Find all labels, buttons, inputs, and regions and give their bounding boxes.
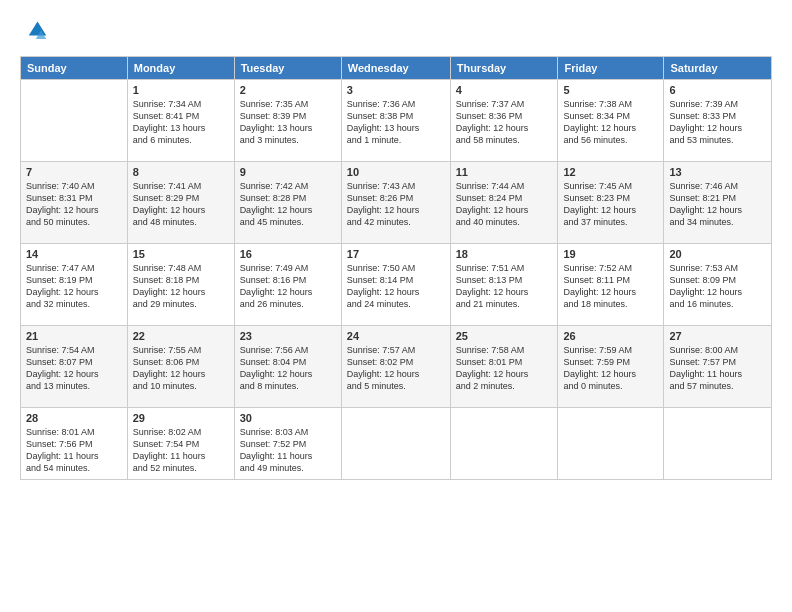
logo-icon bbox=[20, 18, 48, 46]
day-info: Sunrise: 7:34 AM Sunset: 8:41 PM Dayligh… bbox=[133, 98, 229, 147]
calendar-cell: 5Sunrise: 7:38 AM Sunset: 8:34 PM Daylig… bbox=[558, 80, 664, 162]
calendar-cell bbox=[664, 408, 772, 480]
calendar-cell: 28Sunrise: 8:01 AM Sunset: 7:56 PM Dayli… bbox=[21, 408, 128, 480]
calendar-day-header: Saturday bbox=[664, 57, 772, 80]
day-number: 8 bbox=[133, 166, 229, 178]
calendar-cell: 21Sunrise: 7:54 AM Sunset: 8:07 PM Dayli… bbox=[21, 326, 128, 408]
day-number: 13 bbox=[669, 166, 766, 178]
calendar-cell: 11Sunrise: 7:44 AM Sunset: 8:24 PM Dayli… bbox=[450, 162, 558, 244]
day-number: 3 bbox=[347, 84, 445, 96]
calendar-cell: 18Sunrise: 7:51 AM Sunset: 8:13 PM Dayli… bbox=[450, 244, 558, 326]
day-info: Sunrise: 7:48 AM Sunset: 8:18 PM Dayligh… bbox=[133, 262, 229, 311]
day-info: Sunrise: 7:49 AM Sunset: 8:16 PM Dayligh… bbox=[240, 262, 336, 311]
day-info: Sunrise: 7:39 AM Sunset: 8:33 PM Dayligh… bbox=[669, 98, 766, 147]
day-info: Sunrise: 7:52 AM Sunset: 8:11 PM Dayligh… bbox=[563, 262, 658, 311]
day-info: Sunrise: 8:02 AM Sunset: 7:54 PM Dayligh… bbox=[133, 426, 229, 475]
calendar-cell: 27Sunrise: 8:00 AM Sunset: 7:57 PM Dayli… bbox=[664, 326, 772, 408]
day-number: 21 bbox=[26, 330, 122, 342]
calendar-cell: 12Sunrise: 7:45 AM Sunset: 8:23 PM Dayli… bbox=[558, 162, 664, 244]
day-number: 6 bbox=[669, 84, 766, 96]
day-info: Sunrise: 7:36 AM Sunset: 8:38 PM Dayligh… bbox=[347, 98, 445, 147]
calendar-day-header: Thursday bbox=[450, 57, 558, 80]
calendar-cell: 23Sunrise: 7:56 AM Sunset: 8:04 PM Dayli… bbox=[234, 326, 341, 408]
day-info: Sunrise: 7:55 AM Sunset: 8:06 PM Dayligh… bbox=[133, 344, 229, 393]
page: SundayMondayTuesdayWednesdayThursdayFrid… bbox=[0, 0, 792, 612]
calendar-day-header: Tuesday bbox=[234, 57, 341, 80]
day-number: 18 bbox=[456, 248, 553, 260]
day-info: Sunrise: 7:58 AM Sunset: 8:01 PM Dayligh… bbox=[456, 344, 553, 393]
day-number: 25 bbox=[456, 330, 553, 342]
day-info: Sunrise: 7:45 AM Sunset: 8:23 PM Dayligh… bbox=[563, 180, 658, 229]
day-number: 27 bbox=[669, 330, 766, 342]
header bbox=[20, 18, 772, 46]
calendar-cell: 30Sunrise: 8:03 AM Sunset: 7:52 PM Dayli… bbox=[234, 408, 341, 480]
calendar-cell: 19Sunrise: 7:52 AM Sunset: 8:11 PM Dayli… bbox=[558, 244, 664, 326]
calendar-cell: 4Sunrise: 7:37 AM Sunset: 8:36 PM Daylig… bbox=[450, 80, 558, 162]
calendar-cell bbox=[341, 408, 450, 480]
calendar-cell bbox=[558, 408, 664, 480]
day-info: Sunrise: 7:44 AM Sunset: 8:24 PM Dayligh… bbox=[456, 180, 553, 229]
calendar-day-header: Monday bbox=[127, 57, 234, 80]
day-info: Sunrise: 7:57 AM Sunset: 8:02 PM Dayligh… bbox=[347, 344, 445, 393]
day-number: 20 bbox=[669, 248, 766, 260]
day-info: Sunrise: 7:43 AM Sunset: 8:26 PM Dayligh… bbox=[347, 180, 445, 229]
day-info: Sunrise: 7:35 AM Sunset: 8:39 PM Dayligh… bbox=[240, 98, 336, 147]
day-info: Sunrise: 7:51 AM Sunset: 8:13 PM Dayligh… bbox=[456, 262, 553, 311]
calendar-cell: 20Sunrise: 7:53 AM Sunset: 8:09 PM Dayli… bbox=[664, 244, 772, 326]
day-info: Sunrise: 7:50 AM Sunset: 8:14 PM Dayligh… bbox=[347, 262, 445, 311]
calendar-cell: 3Sunrise: 7:36 AM Sunset: 8:38 PM Daylig… bbox=[341, 80, 450, 162]
calendar-cell: 10Sunrise: 7:43 AM Sunset: 8:26 PM Dayli… bbox=[341, 162, 450, 244]
calendar-cell: 26Sunrise: 7:59 AM Sunset: 7:59 PM Dayli… bbox=[558, 326, 664, 408]
calendar-cell: 16Sunrise: 7:49 AM Sunset: 8:16 PM Dayli… bbox=[234, 244, 341, 326]
calendar-cell: 14Sunrise: 7:47 AM Sunset: 8:19 PM Dayli… bbox=[21, 244, 128, 326]
calendar-cell: 13Sunrise: 7:46 AM Sunset: 8:21 PM Dayli… bbox=[664, 162, 772, 244]
day-info: Sunrise: 7:54 AM Sunset: 8:07 PM Dayligh… bbox=[26, 344, 122, 393]
day-number: 29 bbox=[133, 412, 229, 424]
calendar-cell: 29Sunrise: 8:02 AM Sunset: 7:54 PM Dayli… bbox=[127, 408, 234, 480]
day-number: 24 bbox=[347, 330, 445, 342]
calendar-cell: 2Sunrise: 7:35 AM Sunset: 8:39 PM Daylig… bbox=[234, 80, 341, 162]
day-number: 16 bbox=[240, 248, 336, 260]
day-number: 28 bbox=[26, 412, 122, 424]
day-info: Sunrise: 8:03 AM Sunset: 7:52 PM Dayligh… bbox=[240, 426, 336, 475]
calendar-cell: 9Sunrise: 7:42 AM Sunset: 8:28 PM Daylig… bbox=[234, 162, 341, 244]
day-number: 1 bbox=[133, 84, 229, 96]
day-number: 4 bbox=[456, 84, 553, 96]
calendar-day-header: Wednesday bbox=[341, 57, 450, 80]
calendar-cell: 17Sunrise: 7:50 AM Sunset: 8:14 PM Dayli… bbox=[341, 244, 450, 326]
logo bbox=[20, 18, 52, 46]
calendar-cell bbox=[450, 408, 558, 480]
day-info: Sunrise: 7:53 AM Sunset: 8:09 PM Dayligh… bbox=[669, 262, 766, 311]
calendar-cell bbox=[21, 80, 128, 162]
day-number: 26 bbox=[563, 330, 658, 342]
day-number: 5 bbox=[563, 84, 658, 96]
calendar-cell: 1Sunrise: 7:34 AM Sunset: 8:41 PM Daylig… bbox=[127, 80, 234, 162]
day-number: 14 bbox=[26, 248, 122, 260]
calendar-cell: 7Sunrise: 7:40 AM Sunset: 8:31 PM Daylig… bbox=[21, 162, 128, 244]
calendar-cell: 15Sunrise: 7:48 AM Sunset: 8:18 PM Dayli… bbox=[127, 244, 234, 326]
day-info: Sunrise: 7:37 AM Sunset: 8:36 PM Dayligh… bbox=[456, 98, 553, 147]
svg-marker-0 bbox=[29, 22, 47, 36]
day-info: Sunrise: 7:46 AM Sunset: 8:21 PM Dayligh… bbox=[669, 180, 766, 229]
day-info: Sunrise: 8:00 AM Sunset: 7:57 PM Dayligh… bbox=[669, 344, 766, 393]
day-info: Sunrise: 7:40 AM Sunset: 8:31 PM Dayligh… bbox=[26, 180, 122, 229]
calendar-cell: 22Sunrise: 7:55 AM Sunset: 8:06 PM Dayli… bbox=[127, 326, 234, 408]
calendar-cell: 25Sunrise: 7:58 AM Sunset: 8:01 PM Dayli… bbox=[450, 326, 558, 408]
day-number: 2 bbox=[240, 84, 336, 96]
calendar-cell: 24Sunrise: 7:57 AM Sunset: 8:02 PM Dayli… bbox=[341, 326, 450, 408]
day-number: 22 bbox=[133, 330, 229, 342]
calendar-day-header: Sunday bbox=[21, 57, 128, 80]
day-number: 17 bbox=[347, 248, 445, 260]
day-number: 12 bbox=[563, 166, 658, 178]
calendar-cell: 8Sunrise: 7:41 AM Sunset: 8:29 PM Daylig… bbox=[127, 162, 234, 244]
day-number: 7 bbox=[26, 166, 122, 178]
day-info: Sunrise: 7:56 AM Sunset: 8:04 PM Dayligh… bbox=[240, 344, 336, 393]
day-info: Sunrise: 8:01 AM Sunset: 7:56 PM Dayligh… bbox=[26, 426, 122, 475]
day-number: 23 bbox=[240, 330, 336, 342]
day-number: 9 bbox=[240, 166, 336, 178]
day-info: Sunrise: 7:59 AM Sunset: 7:59 PM Dayligh… bbox=[563, 344, 658, 393]
calendar-table: SundayMondayTuesdayWednesdayThursdayFrid… bbox=[20, 56, 772, 480]
day-number: 10 bbox=[347, 166, 445, 178]
day-number: 19 bbox=[563, 248, 658, 260]
calendar-header-row: SundayMondayTuesdayWednesdayThursdayFrid… bbox=[21, 57, 772, 80]
